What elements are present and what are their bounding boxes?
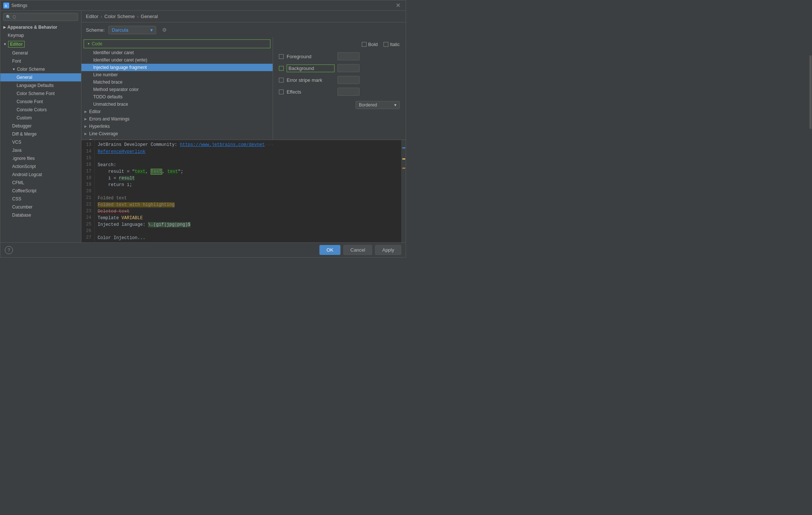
triangle-down-icon: ▼: [87, 42, 90, 46]
sidebar-label: Custom: [17, 115, 32, 120]
preview-scrollbar[interactable]: [401, 140, 406, 242]
sidebar-item-console-font[interactable]: Console Font: [0, 98, 81, 106]
sidebar-label: Font: [12, 59, 21, 64]
code-line-16: Search:: [98, 162, 398, 168]
sidebar-label: Java: [12, 148, 21, 153]
sidebar-item-editor[interactable]: ▼ Editor: [0, 39, 81, 49]
cancel-button[interactable]: Cancel: [343, 245, 372, 255]
code-line-24: Template VARIABLE: [98, 215, 398, 221]
sidebar-item-appearance-behavior[interactable]: ▶ Appearance & Behavior: [0, 23, 81, 31]
sidebar-item-keymap[interactable]: Keymap: [0, 31, 81, 39]
tree-group-hyperlinks[interactable]: ▶ Hyperlinks: [81, 123, 273, 130]
effects-color-box[interactable]: [337, 88, 360, 96]
error-stripe-color-box[interactable]: [337, 76, 360, 84]
search-input[interactable]: [13, 14, 76, 20]
sidebar-item-diff-merge[interactable]: Diff & Merge: [0, 130, 81, 138]
sidebar-item-coffeescript[interactable]: CoffeeScript: [0, 187, 81, 195]
sidebar-item-ignore-files[interactable]: .ignore files: [0, 154, 81, 162]
reference-hyperlink[interactable]: ReferenceHyperlink: [98, 149, 146, 154]
tree-content: ▼ Code Identifier under caret Identifier…: [81, 37, 273, 140]
tree-item-identifier-caret-write[interactable]: Identifier under caret (write): [81, 56, 273, 64]
sidebar-label: .ignore files: [12, 156, 35, 161]
foreground-checkbox[interactable]: [279, 54, 284, 59]
sidebar-item-java[interactable]: Java: [0, 146, 81, 154]
sidebar-item-general-sub[interactable]: General: [0, 73, 81, 81]
code-line-26: [98, 228, 398, 235]
sidebar-label: General: [17, 75, 32, 80]
effects-type-dropdown[interactable]: Bordered ▾: [356, 101, 400, 109]
sidebar-label: VCS: [12, 140, 21, 145]
scroll-mark-blue: [402, 147, 405, 148]
search-box[interactable]: 🔍: [3, 13, 78, 21]
tree-item-matched-brace[interactable]: Matched brace: [81, 78, 273, 86]
bold-checkbox-row[interactable]: Bold: [362, 42, 378, 47]
line-num: 22: [84, 201, 91, 208]
code-line-27: Color Injection...: [98, 235, 398, 241]
apply-button[interactable]: Apply: [375, 245, 401, 255]
sidebar-label: ActionScript: [12, 164, 36, 169]
sidebar-item-language-defaults[interactable]: Language Defaults: [0, 81, 81, 90]
tree-group-editor[interactable]: ▶ Editor: [81, 108, 273, 115]
sidebar-item-cucumber[interactable]: Cucumber: [0, 203, 81, 211]
tree-group-code[interactable]: ▼ Code: [84, 39, 270, 48]
scheme-value: Darcula: [112, 27, 128, 33]
tree-item-method-separator[interactable]: Method separator color: [81, 86, 273, 93]
sidebar-label: CSS: [12, 196, 21, 202]
hyperlink[interactable]: https://www.jetbrains.com/devnet: [180, 142, 265, 147]
sidebar-item-cfml[interactable]: CFML: [0, 179, 81, 187]
close-button[interactable]: ✕: [393, 1, 403, 10]
sidebar-label: Editor: [8, 41, 25, 48]
tree-group-label: Editor: [89, 109, 101, 114]
sidebar-item-console-colors[interactable]: Console Colors: [0, 106, 81, 114]
error-stripe-checkbox[interactable]: [279, 78, 284, 83]
sidebar-label: Android Logcat: [12, 172, 42, 177]
tree-item-unmatched-brace[interactable]: Unmatched brace: [81, 101, 273, 108]
tree-item-injected-language[interactable]: Injected language fragment: [81, 64, 273, 71]
sidebar-item-css[interactable]: CSS: [0, 195, 81, 203]
tree-item-label: Injected language fragment: [93, 65, 147, 70]
tree-group-label: Line Coverage: [89, 131, 118, 136]
tree-group-errors[interactable]: ▶ Errors and Warnings: [81, 115, 273, 123]
help-button[interactable]: ?: [5, 246, 13, 254]
code-preview: 13 14 15 16 17 18 19 20 21 22 23 24 25 2…: [81, 140, 406, 242]
tree-item-line-number[interactable]: Line number: [81, 71, 273, 78]
sidebar-item-general[interactable]: General: [0, 49, 81, 57]
code-line-15: [98, 155, 398, 162]
sidebar-item-android-logcat[interactable]: Android Logcat: [0, 171, 81, 179]
background-checkbox[interactable]: [279, 66, 284, 71]
bold-checkbox[interactable]: [362, 42, 367, 47]
sidebar-item-database[interactable]: Database: [0, 211, 81, 219]
ok-button[interactable]: OK: [319, 245, 340, 255]
foreground-color-box[interactable]: [337, 52, 360, 60]
line-num: 17: [84, 168, 91, 175]
scheme-dropdown[interactable]: Darcula ▾: [108, 26, 156, 34]
sidebar-label: Color Scheme: [17, 67, 45, 72]
tree-group-line-coverage[interactable]: ▶ Line Coverage: [81, 130, 273, 137]
italic-checkbox-row[interactable]: Italic: [384, 42, 400, 47]
gear-button[interactable]: ⚙: [160, 25, 169, 34]
sidebar-item-color-scheme[interactable]: ▼ Color Scheme: [0, 65, 81, 73]
middle-section: ▼ Code Identifier under caret Identifier…: [81, 37, 406, 140]
sidebar-item-actionscript[interactable]: ActionScript: [0, 162, 81, 171]
action-buttons: OK Cancel Apply: [319, 245, 401, 255]
sidebar-item-debugger[interactable]: Debugger: [0, 122, 81, 130]
sidebar-item-color-scheme-font[interactable]: Color Scheme Font: [0, 90, 81, 98]
tree-panel: ▼ Code Identifier under caret Identifier…: [81, 37, 273, 140]
code-line-20: [98, 188, 398, 195]
tree-item-identifier-caret[interactable]: Identifier under caret: [81, 49, 273, 56]
tree-item-todo[interactable]: TODO defaults: [81, 93, 273, 101]
sidebar-item-vcs[interactable]: VCS: [0, 138, 81, 146]
italic-checkbox[interactable]: [384, 42, 388, 47]
error-stripe-row: Error stripe mark: [279, 76, 400, 84]
sidebar-item-custom[interactable]: Custom: [0, 114, 81, 122]
sidebar-label: Debugger: [12, 123, 32, 129]
effects-checkbox[interactable]: [279, 90, 284, 94]
background-color-box[interactable]: [337, 64, 360, 72]
tree-group-label: Code: [92, 41, 102, 46]
expand-icon: ▶: [3, 25, 6, 29]
triangle-right-icon: ▶: [84, 117, 87, 121]
code-line-21: Folded text: [98, 195, 398, 202]
sidebar-item-font[interactable]: Font: [0, 57, 81, 65]
code-line-19: return i;: [98, 182, 398, 188]
sidebar-label: Appearance & Behavior: [7, 25, 57, 30]
